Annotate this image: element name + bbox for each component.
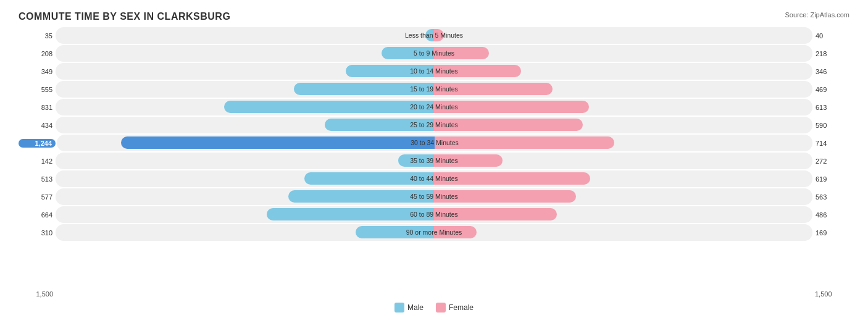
male-bar bbox=[267, 208, 434, 220]
bar-section: 10 to 14 Minutes bbox=[56, 63, 812, 80]
male-value: 831 bbox=[19, 104, 56, 111]
bar-row: 14235 to 39 Minutes272 bbox=[19, 153, 849, 169]
row-label: 35 to 39 Minutes bbox=[410, 157, 458, 164]
bar-row: 51340 to 44 Minutes619 bbox=[19, 170, 849, 187]
female-value: 218 bbox=[812, 50, 849, 57]
male-value: 142 bbox=[19, 157, 56, 165]
male-bar bbox=[224, 101, 434, 113]
bar-section: Less than 5 Minutes bbox=[56, 27, 812, 44]
female-legend-label: Female bbox=[449, 303, 474, 312]
source-text: Source: ZipAtlas.com bbox=[785, 11, 849, 19]
bar-section: 20 to 24 Minutes bbox=[56, 99, 812, 115]
bar-row: 31090 or more Minutes169 bbox=[19, 224, 849, 241]
female-value: 714 bbox=[812, 140, 849, 147]
bar-section: 90 or more Minutes bbox=[56, 224, 812, 241]
female-value: 590 bbox=[812, 122, 849, 129]
bar-section: 35 to 39 Minutes bbox=[56, 153, 812, 169]
male-legend-box bbox=[394, 303, 404, 313]
male-value: 513 bbox=[19, 175, 56, 183]
bar-row: 83120 to 24 Minutes613 bbox=[19, 99, 849, 115]
female-value: 613 bbox=[812, 104, 849, 111]
row-label: 25 to 29 Minutes bbox=[410, 121, 458, 128]
bar-section: 30 to 34 Minutes bbox=[57, 135, 812, 151]
bar-row: 34910 to 14 Minutes346 bbox=[19, 63, 849, 80]
row-label: 15 to 19 Minutes bbox=[410, 85, 458, 93]
row-label: 5 to 9 Minutes bbox=[414, 49, 454, 57]
chart-container: COMMUTE TIME BY SEX IN CLARKSBURG Source… bbox=[0, 0, 868, 323]
row-label: 30 to 34 Minutes bbox=[411, 139, 459, 146]
row-label: 20 to 24 Minutes bbox=[410, 103, 458, 111]
male-value: 577 bbox=[19, 193, 56, 201]
bar-row: 35Less than 5 Minutes40 bbox=[19, 27, 849, 44]
row-label: 90 or more Minutes bbox=[406, 229, 462, 236]
bar-row: 57745 to 59 Minutes563 bbox=[19, 188, 849, 205]
male-value: 208 bbox=[19, 50, 56, 57]
bar-row: 2085 to 9 Minutes218 bbox=[19, 45, 849, 62]
male-value: 555 bbox=[19, 86, 56, 93]
female-value: 619 bbox=[812, 175, 849, 183]
bar-section: 15 to 19 Minutes bbox=[56, 81, 812, 98]
female-value: 169 bbox=[812, 229, 849, 237]
female-value: 563 bbox=[812, 193, 849, 201]
row-label: 40 to 44 Minutes bbox=[410, 175, 458, 182]
bar-row: 1,24430 to 34 Minutes714 bbox=[19, 135, 849, 151]
male-value: 1,244 bbox=[19, 139, 56, 148]
female-legend-box bbox=[436, 303, 446, 313]
female-value: 272 bbox=[812, 157, 849, 165]
chart-area: 35Less than 5 Minutes402085 to 9 Minutes… bbox=[19, 27, 849, 287]
female-value: 40 bbox=[812, 32, 849, 40]
bar-row: 55515 to 19 Minutes469 bbox=[19, 81, 849, 98]
axis-right-label: 1,500 bbox=[812, 290, 849, 298]
bar-section: 60 to 89 Minutes bbox=[56, 206, 812, 223]
legend-male: Male bbox=[394, 303, 424, 313]
bar-section: 45 to 59 Minutes bbox=[56, 188, 812, 205]
axis-left-label: 1,500 bbox=[19, 290, 56, 298]
male-bar bbox=[121, 136, 435, 149]
female-value: 486 bbox=[812, 211, 849, 219]
bar-row: 66460 to 89 Minutes486 bbox=[19, 206, 849, 223]
male-value: 349 bbox=[19, 68, 56, 75]
male-value: 664 bbox=[19, 211, 56, 219]
row-label: 10 to 14 Minutes bbox=[410, 67, 458, 75]
row-label: 60 to 89 Minutes bbox=[410, 211, 458, 218]
bar-row: 43425 to 29 Minutes590 bbox=[19, 117, 849, 133]
axis-row: 1,500 1,500 bbox=[19, 290, 849, 298]
male-legend-label: Male bbox=[407, 303, 424, 312]
male-value: 434 bbox=[19, 122, 56, 129]
female-value: 469 bbox=[812, 86, 849, 93]
chart-title: COMMUTE TIME BY SEX IN CLARKSBURG bbox=[19, 11, 849, 22]
female-bar bbox=[435, 136, 614, 149]
bar-section: 25 to 29 Minutes bbox=[56, 117, 812, 133]
male-value: 310 bbox=[19, 229, 56, 237]
bar-section: 40 to 44 Minutes bbox=[56, 170, 812, 187]
bar-section: 5 to 9 Minutes bbox=[56, 45, 812, 62]
female-value: 346 bbox=[812, 68, 849, 75]
row-label: 45 to 59 Minutes bbox=[410, 193, 458, 200]
legend-female: Female bbox=[436, 303, 474, 313]
row-label: Less than 5 Minutes bbox=[405, 31, 463, 39]
legend: Male Female bbox=[19, 303, 849, 313]
male-value: 35 bbox=[19, 32, 56, 40]
